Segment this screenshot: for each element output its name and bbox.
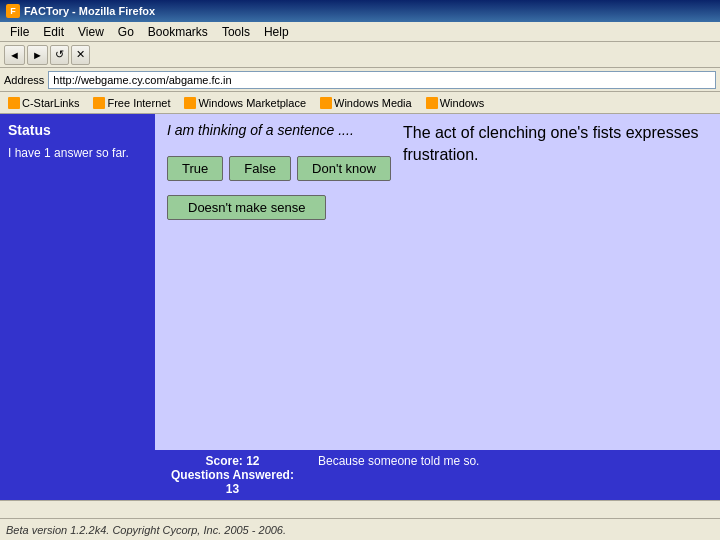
answer-buttons: True False Don't know	[167, 156, 391, 181]
copyright-text: Beta version 1.2.2k4. Copyright Cycorp, …	[6, 524, 286, 536]
questions-answered-text: Questions Answered: 13	[163, 468, 302, 496]
bottom-status-bar: Score: 12 Questions Answered: 13 Because…	[155, 450, 720, 500]
browser-icon: F	[6, 4, 20, 18]
sentence-display: The act of clenching one's fists express…	[391, 122, 708, 442]
bookmarks-bar: C-StarLinks Free Internet Windows Market…	[0, 92, 720, 114]
dont-know-button[interactable]: Don't know	[297, 156, 391, 181]
stop-button[interactable]: ✕	[71, 45, 90, 65]
bookmark-cstarlinks[interactable]: C-StarLinks	[4, 96, 83, 110]
address-input[interactable]	[48, 71, 716, 89]
status-panel: Status I have 1 answer so far.	[0, 114, 155, 500]
menu-file[interactable]: File	[4, 24, 35, 40]
bookmark-icon-4	[320, 97, 332, 109]
true-button[interactable]: True	[167, 156, 223, 181]
toolbar: ◄ ► ↺ ✕	[0, 42, 720, 68]
forward-button[interactable]: ►	[27, 45, 48, 65]
reason-text: Because someone told me so.	[310, 450, 720, 500]
window-title: FACTory - Mozilla Firefox	[24, 5, 155, 17]
back-button[interactable]: ◄	[4, 45, 25, 65]
bookmark-icon-2	[93, 97, 105, 109]
address-label: Address	[4, 74, 44, 86]
address-bar: Address	[0, 68, 720, 92]
score-display: Score: 12 Questions Answered: 13	[155, 450, 310, 500]
bookmark-winmarketplace[interactable]: Windows Marketplace	[180, 96, 310, 110]
right-wrapper: I am thinking of a sentence .... True Fa…	[155, 114, 720, 500]
menu-edit[interactable]: Edit	[37, 24, 70, 40]
menu-bookmarks[interactable]: Bookmarks	[142, 24, 214, 40]
controls-area: I am thinking of a sentence .... True Fa…	[167, 122, 391, 442]
game-prompt: I am thinking of a sentence ....	[167, 122, 391, 138]
browser-footer: Beta version 1.2.2k4. Copyright Cycorp, …	[0, 518, 720, 540]
bookmark-icon-5	[426, 97, 438, 109]
browser-window: F FACTory - Mozilla Firefox File Edit Vi…	[0, 0, 720, 540]
bookmark-winmedia[interactable]: Windows Media	[316, 96, 416, 110]
menu-go[interactable]: Go	[112, 24, 140, 40]
browser-content: Status I have 1 answer so far. I am thin…	[0, 114, 720, 500]
sentence-text: The act of clenching one's fists express…	[403, 124, 699, 163]
score-text: Score: 12	[163, 454, 302, 468]
bookmark-freeinternet[interactable]: Free Internet	[89, 96, 174, 110]
menu-view[interactable]: View	[72, 24, 110, 40]
browser-status-bar	[0, 500, 720, 518]
menu-help[interactable]: Help	[258, 24, 295, 40]
game-area: I am thinking of a sentence .... True Fa…	[155, 114, 720, 450]
menu-bar: File Edit View Go Bookmarks Tools Help	[0, 22, 720, 42]
status-text: I have 1 answer so far.	[8, 146, 147, 160]
content-wrapper: Status I have 1 answer so far. I am thin…	[0, 114, 720, 500]
bookmark-icon-3	[184, 97, 196, 109]
false-button[interactable]: False	[229, 156, 291, 181]
doesnt-make-sense-button[interactable]: Doesn't make sense	[167, 195, 326, 220]
status-header: Status	[8, 122, 147, 138]
title-bar: F FACTory - Mozilla Firefox	[0, 0, 720, 22]
bookmark-windows[interactable]: Windows	[422, 96, 489, 110]
reload-button[interactable]: ↺	[50, 45, 69, 65]
bookmark-icon-1	[8, 97, 20, 109]
doesnt-make-sense-wrapper: Doesn't make sense	[167, 195, 391, 220]
menu-tools[interactable]: Tools	[216, 24, 256, 40]
